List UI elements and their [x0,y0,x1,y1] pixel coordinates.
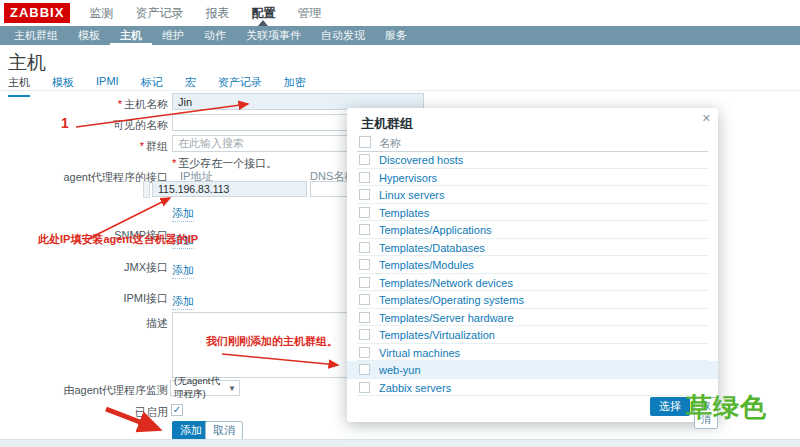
host-group-checkbox[interactable] [359,189,370,200]
annotation-step-1: 1 [61,115,69,131]
ipmi-label: IPMI接口 [123,291,168,306]
host-group-link[interactable]: Templates/Applications [379,224,492,236]
host-group-link[interactable]: Hypervisors [379,172,437,184]
host-group-checkbox[interactable] [359,312,370,323]
sub-nav-item[interactable]: 服务 [375,26,417,45]
host-group-checkbox[interactable] [359,347,370,358]
host-group-row[interactable]: Templates/Network devices [347,274,718,292]
sub-nav-item[interactable]: 关联项事件 [236,26,311,45]
host-group-row[interactable]: Hypervisors [347,169,718,187]
modal-select-button[interactable]: 选择 [650,397,690,416]
sub-nav-item[interactable]: 模板 [68,26,110,45]
sub-nav-item[interactable]: 主机 [110,26,152,45]
host-group-checkbox[interactable] [359,224,370,235]
top-bar: ZABBIX 监测资产记录报表配置管理 [0,0,800,26]
host-group-link[interactable]: Templates/Operating systems [379,294,524,306]
host-group-checkbox[interactable] [359,172,370,183]
host-group-link[interactable]: Templates/Network devices [379,277,513,289]
zabbix-host-config-screen: ZABBIX 监测资产记录报表配置管理 主机群组模板主机维护动作关联项事件自动发… [0,0,800,447]
host-group-row[interactable]: Discovered hosts [347,151,718,169]
tab-item[interactable]: IPMI [96,75,119,97]
top-nav-item[interactable]: 配置 [240,0,286,26]
select-all-checkbox[interactable] [359,136,371,148]
zabbix-logo[interactable]: ZABBIX [4,3,70,23]
required-asterisk: * [140,140,144,152]
host-group-row[interactable]: Templates [347,204,718,222]
modal-cancel-button[interactable]: 取消 [694,397,718,429]
host-name-label: *主机名称 [118,97,168,112]
sub-nav: 主机群组模板主机维护动作关联项事件自动发现服务 [0,26,800,45]
tab-item[interactable]: 标记 [141,75,163,97]
form-cancel-button[interactable]: 取消 [205,421,243,440]
snmp-add-link[interactable]: 添加 [172,233,194,249]
host-group-link[interactable]: Templates/Databases [379,242,485,254]
tab-item[interactable]: 资产记录 [218,75,262,97]
tab-bar: 主机模板IPMI标记宏资产记录加密 [8,75,306,97]
host-groups-modal: 主机群组 ✕ 名称 Discovered hosts Hypervisors L… [347,108,718,422]
host-group-row[interactable]: Templates/Operating systems [347,291,718,309]
host-group-link[interactable]: web-yun [379,364,421,376]
row-divider [357,395,708,396]
proxy-select[interactable]: (无agent代理程序) ▼ [170,380,240,396]
dropdown-caret-icon: ▼ [228,384,236,393]
snmp-label: SNMP接口 [114,228,168,243]
sub-nav-item[interactable]: 维护 [152,26,194,45]
top-nav: 监测资产记录报表配置管理 [78,0,332,26]
groups-label: *群组 [140,139,168,154]
modal-title: 主机群组 [361,115,413,133]
host-group-checkbox[interactable] [359,242,370,253]
tab-item[interactable]: 加密 [284,75,306,97]
host-group-row[interactable]: Virtual machines [347,344,718,362]
close-icon[interactable]: ✕ [702,112,711,125]
sub-nav-item[interactable]: 动作 [194,26,236,45]
host-group-row[interactable]: Templates/Virtualization [347,326,718,344]
top-nav-item[interactable]: 监测 [78,0,124,26]
host-group-link[interactable]: Discovered hosts [379,154,463,166]
host-group-link[interactable]: Zabbix servers [379,382,451,394]
tab-item[interactable]: 模板 [52,75,74,97]
host-group-checkbox[interactable] [359,294,370,305]
jmx-add-link[interactable]: 添加 [172,263,194,279]
agent-ip-input[interactable] [152,181,307,197]
sub-nav-item[interactable]: 主机群组 [4,26,68,45]
host-group-row[interactable]: Templates/Server hardware [347,309,718,327]
host-group-checkbox[interactable] [359,259,370,270]
host-group-link[interactable]: Templates/Modules [379,259,474,271]
host-group-link[interactable]: Linux servers [379,189,444,201]
host-group-row[interactable]: Templates/Modules [347,256,718,274]
host-group-checkbox[interactable] [359,207,370,218]
name-column-header[interactable]: 名称 [379,136,401,151]
footer-strip [0,439,800,447]
host-group-row[interactable]: Zabbix servers [347,379,718,397]
host-group-checkbox[interactable] [359,382,370,393]
host-group-link[interactable]: Templates [379,207,429,219]
tab-item[interactable]: 宏 [185,75,196,97]
host-group-checkbox[interactable] [359,364,370,375]
top-nav-item[interactable]: 报表 [194,0,240,26]
top-nav-item[interactable]: 管理 [286,0,332,26]
page-title: 主机 [8,50,46,76]
host-group-checkbox[interactable] [359,329,370,340]
host-group-row[interactable]: Templates/Applications [347,221,718,239]
host-group-row[interactable]: Linux servers [347,186,718,204]
host-group-list: Discovered hosts Hypervisors Linux serve… [347,151,718,396]
host-group-link[interactable]: Templates/Virtualization [379,329,495,341]
enabled-checkbox[interactable]: ✓ [171,404,183,416]
required-asterisk: * [172,157,176,169]
groups-placeholder: 在此输入搜索 [178,137,244,149]
host-group-checkbox[interactable] [359,277,370,288]
host-group-link[interactable]: Templates/Server hardware [379,312,514,324]
modal-header-row: 名称 [347,134,718,151]
host-group-checkbox[interactable] [359,154,370,165]
host-group-row[interactable]: web-yun [347,361,718,379]
host-group-link[interactable]: Virtual machines [379,347,460,359]
interface-drag-handle[interactable] [143,181,150,198]
agent-interface-add-link[interactable]: 添加 [172,206,194,222]
ipmi-add-link[interactable]: 添加 [172,294,194,310]
top-nav-item[interactable]: 资产记录 [124,0,194,26]
host-group-row[interactable]: Templates/Databases [347,239,718,257]
proxy-select-value: (无agent代理程序) [174,375,224,401]
tab-item[interactable]: 主机 [8,75,30,97]
sub-nav-item[interactable]: 自动发现 [311,26,375,45]
required-asterisk: * [118,98,122,110]
